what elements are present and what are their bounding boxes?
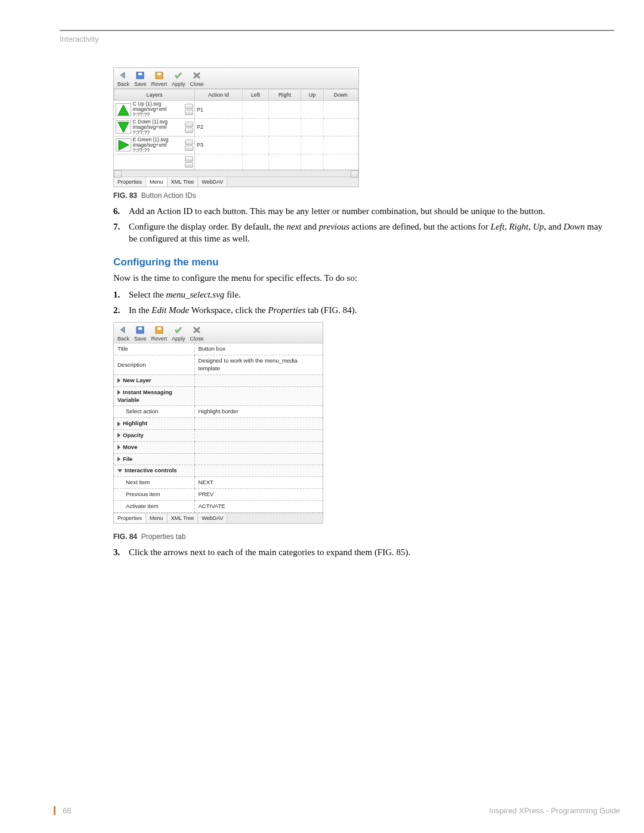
close-button[interactable]: Close <box>190 70 204 88</box>
back-arrow-icon <box>118 325 129 335</box>
fig83-caption: FIG. 83 Button Action IDs <box>113 191 608 200</box>
save-icon <box>135 325 145 335</box>
fig83-grid: Layers Action Id Left Right Up Down C Up… <box>114 89 358 169</box>
property-row[interactable]: Select actionHighlight border <box>114 406 323 418</box>
layer-row: C Up (1).svgimage/svg+xml?:??:??…P1 <box>114 101 358 119</box>
tab-properties[interactable]: Properties <box>114 513 146 523</box>
svg-rect-5 <box>138 327 142 330</box>
layer-row: E Green (1).svgimage/svg+xml?:??:??…P3 <box>114 136 358 154</box>
tab-xmltree[interactable]: XML Tree <box>168 513 199 523</box>
property-row[interactable]: Activate itemACTIVATE <box>114 500 323 512</box>
horizontal-scrollbar[interactable] <box>114 170 358 176</box>
svg-rect-3 <box>157 73 161 75</box>
property-row[interactable]: Opacity <box>114 429 323 441</box>
fig83-panel: Back Save Revert <box>113 67 359 187</box>
property-row[interactable]: Move <box>114 441 323 453</box>
fig84-properties-table: TitleButton boxDescriptionDesigned to wo… <box>114 343 323 512</box>
action-id-cell[interactable]: P1 <box>195 101 243 119</box>
collapse-arrow-icon[interactable] <box>117 469 122 472</box>
fig83-toolbar: Back Save Revert <box>114 68 358 89</box>
close-icon <box>191 70 202 80</box>
fig84-bottom-tabs: Properties Menu XML Tree WebDAV <box>114 513 323 523</box>
expand-arrow-icon[interactable] <box>117 378 120 383</box>
property-row[interactable]: Previous itemPREV <box>114 489 323 501</box>
svg-rect-1 <box>138 73 142 75</box>
instruction-step: 6.Add an Action ID to each button. This … <box>113 205 608 217</box>
layer-thumbnail <box>116 138 131 151</box>
fig84-toolbar: Back Save Revert Apply Close <box>114 323 323 343</box>
property-row[interactable]: Instant Messaging Variable <box>114 386 323 406</box>
check-icon <box>173 325 184 335</box>
property-row[interactable]: Next itemNEXT <box>114 477 323 489</box>
tab-menu[interactable]: Menu <box>146 513 168 523</box>
back-button[interactable]: Back <box>117 325 129 342</box>
section-intro: Now is the time to configure the menu fo… <box>113 272 608 284</box>
save-icon <box>135 70 145 80</box>
revert-icon <box>154 70 165 80</box>
tab-webdav[interactable]: WebDAV <box>198 177 227 187</box>
tab-properties[interactable]: Properties <box>114 177 146 187</box>
property-row[interactable]: File <box>114 453 323 465</box>
fig83-bottom-tabs: Properties Menu XML Tree WebDAV <box>114 176 358 187</box>
expand-arrow-icon[interactable] <box>117 457 120 462</box>
instruction-step: 1.Select the menu_select.svg file. <box>113 289 608 301</box>
expand-arrow-icon[interactable] <box>117 445 120 450</box>
layer-thumbnail <box>116 103 131 116</box>
revert-icon <box>154 325 165 335</box>
instruction-step: 7.Configure the display order. By defaul… <box>113 221 608 245</box>
page-footer: 68 Inspired XPress - Programming Guide <box>54 806 620 815</box>
apply-button[interactable]: Apply <box>172 325 185 342</box>
top-rule <box>60 30 614 31</box>
property-row[interactable]: TitleButton box <box>114 343 323 355</box>
close-icon <box>191 325 202 335</box>
section-header: Interactivity <box>60 35 620 44</box>
footer-title: Inspired XPress - Programming Guide <box>489 806 620 815</box>
instruction-step: 3.Click the arrows next to each of the m… <box>113 546 608 558</box>
property-row[interactable]: Highlight <box>114 418 323 430</box>
action-id-cell[interactable]: P3 <box>195 136 243 154</box>
apply-button[interactable]: Apply <box>172 70 185 88</box>
fig84-caption: FIG. 84 Properties tab <box>113 532 608 541</box>
close-button[interactable]: Close <box>190 325 204 342</box>
check-icon <box>173 70 184 80</box>
property-row[interactable]: Interactive controls <box>114 465 323 477</box>
tab-xmltree[interactable]: XML Tree <box>168 177 199 187</box>
expand-arrow-icon[interactable] <box>117 422 120 426</box>
property-row[interactable]: DescriptionDesigned to work with the men… <box>114 355 323 375</box>
svg-rect-7 <box>157 327 161 330</box>
expand-arrow-icon[interactable] <box>117 390 120 395</box>
save-button[interactable]: Save <box>134 70 147 88</box>
section-heading: Configuring the menu <box>113 256 608 270</box>
fig84-panel: Back Save Revert Apply Close <box>113 322 323 523</box>
expand-arrow-icon[interactable] <box>117 433 120 438</box>
back-arrow-icon <box>118 70 129 80</box>
revert-button[interactable]: Revert <box>151 70 168 88</box>
back-button[interactable]: Back <box>117 70 129 88</box>
save-button[interactable]: Save <box>134 325 147 342</box>
tab-menu[interactable]: Menu <box>146 177 168 187</box>
revert-button[interactable]: Revert <box>151 325 168 342</box>
layer-row: C Down (1).svgimage/svg+xml?:??:??…P2 <box>114 119 358 137</box>
layer-thumbnail <box>116 120 131 134</box>
property-row[interactable]: New Layer <box>114 374 323 386</box>
action-id-cell[interactable]: P2 <box>195 119 243 137</box>
page-number: 68 <box>63 806 71 815</box>
instruction-step: 2.In the Edit Mode Workspace, click the … <box>113 304 608 316</box>
tab-webdav[interactable]: WebDAV <box>198 513 227 523</box>
